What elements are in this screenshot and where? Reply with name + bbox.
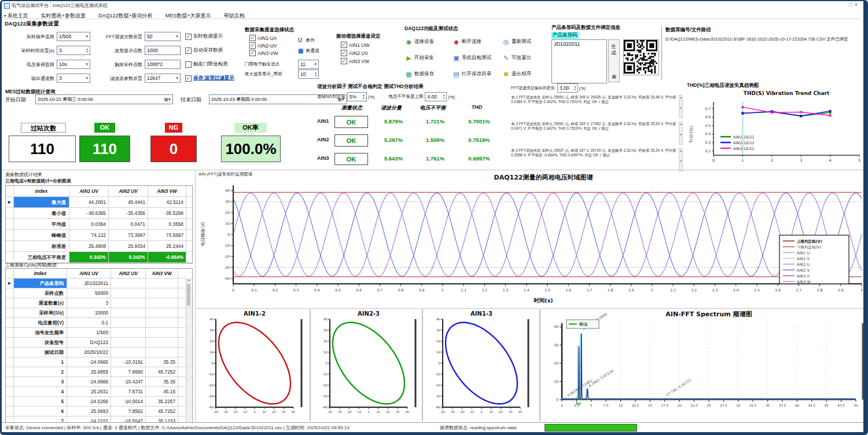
function-button-打开保存目录[interactable]: ▤打开保存目录 xyxy=(452,67,499,81)
acq-channel-checkbox-1[interactable]: ✓AIN1-UA xyxy=(249,35,333,41)
svg-text:2.2: 2.2 xyxy=(692,288,697,292)
stats-row[interactable]: 峰峰值74.12273.399773.5697 xyxy=(6,230,192,241)
param-input-4[interactable]: 1000 xyxy=(145,46,181,55)
cycle-row[interactable]: 5-24.5266-10.501435.2257 xyxy=(6,397,192,407)
function-button-重新测试[interactable]: ◎重新测试 xyxy=(502,35,549,49)
menu-item-1[interactable]: ▪ 系统主页 xyxy=(4,11,28,20)
path-panel-label: 数据库编号/文件路径 xyxy=(665,27,868,34)
param-checkbox-1[interactable]: ✓实时数据显示 xyxy=(185,33,223,40)
checkbox-box: ✓ xyxy=(249,42,256,49)
svg-text:10: 10 xyxy=(225,221,230,225)
thd-status-AIN1: OK xyxy=(334,116,368,128)
cycle-row[interactable]: ▶产品条形码JD1022011 xyxy=(6,279,192,288)
counter-label-过站次数: 过站次数 xyxy=(21,123,66,133)
param-input-2[interactable]: 50▾ xyxy=(145,32,181,41)
lissajous-ain1-3: AIN1-3-40-40-30-30-20-20-10-100010102020… xyxy=(425,310,534,421)
restore-button[interactable]: □ xyxy=(849,2,854,8)
field-label: 采样频率选择 xyxy=(5,34,57,40)
cycle-table-scrollbar[interactable]: ▲▼ xyxy=(186,278,192,426)
fft-log-scrollbar[interactable]: ▲▼ xyxy=(679,148,683,171)
stats-table[interactable]: IndexAIN1 UVAIN2 UVAIN3 VW▶最大值44.200145.… xyxy=(5,185,193,264)
menu-item-4[interactable]: MES数据+大屏显示 xyxy=(165,11,211,20)
limit3-spinner[interactable]: 3.00▴▾ xyxy=(557,83,578,93)
fft-log-3[interactable]: 本-3 FFT谐波信息:采样点 25937 点, 峰值 337 V, 26729… xyxy=(511,148,683,171)
fft-log-scrollbar[interactable]: ▲▼ xyxy=(679,122,683,145)
mini-button-单件[interactable]: U单件 xyxy=(298,35,319,45)
cycle-row[interactable]: 1-24.0666-10.319135.35 xyxy=(6,357,192,367)
param-input-6[interactable]: 1000*2 xyxy=(145,60,181,69)
acq-channel-checkbox-2[interactable]: ✓AIN2-UV xyxy=(249,42,333,49)
function-button-退出程序[interactable]: ✖退出程序 xyxy=(502,67,549,81)
row-marker xyxy=(6,348,14,357)
param-input-1[interactable]: 1/500▾ xyxy=(57,32,90,41)
cycle-row[interactable]: 采样率(S/s)10000 xyxy=(6,308,192,318)
limit1-spinner[interactable]: 5%▴▾ xyxy=(347,92,367,101)
svg-text:3: 3 xyxy=(800,158,802,163)
menu-item-3[interactable]: DAQ122数据+振动分析 xyxy=(98,11,153,20)
acq-channel-checkbox-3[interactable]: ✓AIN3-VW xyxy=(249,50,333,56)
svg-text:1.8: 1.8 xyxy=(608,288,613,292)
spectrum-channel-checkbox-2[interactable]: ✓AIN2 UV xyxy=(341,50,401,56)
cycle-row[interactable]: 425.29317.873145.15 xyxy=(6,387,192,397)
param-checkbox-2[interactable]: ✓自动保存数据 xyxy=(185,47,223,54)
svg-text:-40: -40 xyxy=(435,405,440,409)
svg-text:17.5: 17.5 xyxy=(661,404,669,407)
threshold-input-1[interactable]: 11▾ xyxy=(298,60,319,69)
cycle-row[interactable]: 测试日期2025/10/22 xyxy=(6,348,192,357)
svg-text:37.5: 37.5 xyxy=(779,404,786,407)
function-button-写值置位[interactable]: ✎写值置位 xyxy=(502,51,549,65)
cycle-table[interactable]: IndexAIN1 UVAIN2 UVAIN3 VW▶产品条形码JD102201… xyxy=(5,268,193,427)
param-checkbox-4[interactable]: ✓保存:波形过滤显示 xyxy=(185,75,234,82)
function-button-数据保存[interactable]: ▦数据保存 xyxy=(404,67,452,81)
param-input-7[interactable]: 3▾ xyxy=(57,74,90,83)
close-button[interactable]: × xyxy=(855,2,860,8)
column-header: Index xyxy=(14,186,69,196)
function-button-断开连接[interactable]: ◆断开连接 xyxy=(452,35,499,49)
param-input-3[interactable]: 3▴▾ xyxy=(57,46,90,55)
svg-text:20: 20 xyxy=(499,410,502,414)
fft-log-1[interactable]: 本-1 FFT谐波信息:采样点 25991 点, 峰值 345 V, 26435… xyxy=(511,95,683,118)
cycle-row[interactable]: 225.68557.866045.7252 xyxy=(6,367,192,377)
menu-item-2[interactable]: 实时图表+参数设置 xyxy=(41,11,86,20)
function-button-系统自检测试[interactable]: ▣系统自检测试 xyxy=(452,51,499,65)
svg-text:DAQ122测量的两相电压时域图谱: DAQ122测量的两相电压时域图谱 xyxy=(494,174,594,181)
param-input-5[interactable]: 10x▾ xyxy=(57,60,90,69)
cycle-row[interactable]: 625.06937.856245.7252 xyxy=(6,407,192,416)
fft-log-2[interactable]: 本-2 FFT谐波信息:采样点 25991 点, 峰值 343 V, 27452… xyxy=(511,122,683,145)
function-button-开始采集[interactable]: ▶开始采集 xyxy=(404,51,452,65)
stats-row[interactable]: 最小值-36.6365-35.4356-35.5299 xyxy=(6,208,192,219)
checkbox-label: AIN1-UA xyxy=(258,35,277,41)
param-input-8[interactable]: 12k47▾ xyxy=(145,74,181,83)
cycle-row[interactable]: 通道数量(s)3 xyxy=(6,298,192,308)
cycle-row[interactable]: 设备型号DAQ122 xyxy=(6,338,192,348)
barcode-input[interactable]: JD1022011 xyxy=(551,39,607,83)
thd-status-AIN3: OK xyxy=(334,153,368,165)
cycle-row[interactable]: 信号发生频率1/500 xyxy=(6,328,192,338)
mini-button-单通道[interactable]: ▦单通道 xyxy=(298,45,319,56)
cycle-row[interactable]: 电压量程(V)0.1 xyxy=(6,318,192,328)
fft-log-scrollbar[interactable]: ▲▼ xyxy=(679,95,683,118)
spectrum-channel-checkbox-1[interactable]: ✓AIN1 UW xyxy=(341,42,401,48)
param-checkbox-3[interactable]: 触发门限值检测 xyxy=(185,61,228,68)
function-button-label: 系统自检测试 xyxy=(462,54,491,61)
cycle-row[interactable]: 采样点数50000 xyxy=(6,288,192,298)
svg-text:1.4: 1.4 xyxy=(524,288,529,292)
stats-row[interactable]: ▶最大值44.200145.444142.5114 xyxy=(6,197,192,208)
cell-value: 73.3997 xyxy=(109,230,148,240)
scrollbar-thumb[interactable] xyxy=(187,284,190,306)
menu-item-5[interactable]: 帮助文档 xyxy=(224,11,245,20)
svg-text:-20: -20 xyxy=(347,410,351,414)
limit2-spinner[interactable]: 4.00▴▾ xyxy=(425,92,447,101)
cycle-row[interactable]: 3-24.0666-10.424735.35 xyxy=(6,377,192,387)
generate-qr-button[interactable]: 生成 ▣ xyxy=(608,39,620,82)
threshold-input-2[interactable]: 10▴▾ xyxy=(298,70,319,79)
function-button-连接设备[interactable]: ◉连接设备 xyxy=(404,35,452,49)
stats-row[interactable]: 标准差25.480825.933425.2444 xyxy=(6,241,192,252)
start-date-picker[interactable]: 2025-10-22 星期三 0:00:00▦▾ xyxy=(35,94,173,104)
counter-value-OK率: 100.0% xyxy=(221,136,281,162)
spectrum-channel-checkbox-3[interactable]: ✓AIN3 VW xyxy=(341,58,401,64)
row-label: 三相电压不平衡度 xyxy=(14,252,69,262)
row-label: 采样率(S/s) xyxy=(14,308,67,317)
stats-row[interactable]: 平均值0.03840.04710.3558 xyxy=(6,219,192,230)
svg-text:0.5: 0.5 xyxy=(705,123,711,127)
